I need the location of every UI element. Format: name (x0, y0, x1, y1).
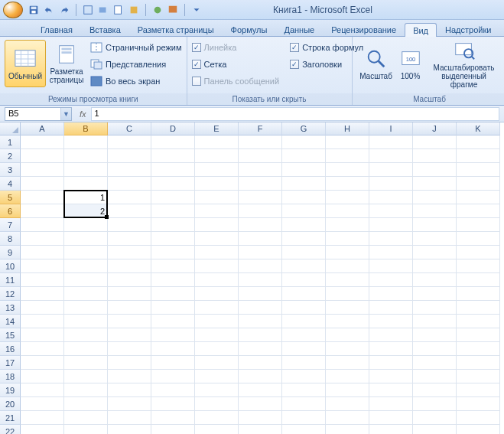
cell[interactable] (64, 149, 108, 163)
cell[interactable] (457, 246, 500, 259)
cell[interactable] (64, 342, 108, 356)
cell[interactable] (21, 273, 64, 287)
qat-icon-1[interactable] (82, 4, 94, 16)
cell[interactable] (369, 204, 413, 218)
cell[interactable] (64, 246, 108, 259)
row-header[interactable]: 22 (0, 425, 21, 434)
cell[interactable] (457, 218, 500, 232)
cell[interactable] (326, 232, 369, 246)
cell[interactable] (282, 301, 326, 315)
cell[interactable] (369, 383, 413, 397)
cell[interactable] (239, 163, 282, 177)
column-header[interactable]: B (64, 122, 108, 135)
cell[interactable] (282, 356, 326, 370)
cell[interactable] (369, 191, 413, 204)
tab-page-layout[interactable]: Разметка страницы (129, 22, 223, 36)
column-header[interactable]: A (21, 122, 64, 135)
cell[interactable] (195, 301, 239, 315)
cell[interactable] (282, 287, 326, 301)
cell[interactable] (326, 397, 369, 411)
cell[interactable] (64, 315, 108, 328)
cell[interactable] (239, 315, 282, 328)
cell[interactable] (195, 287, 239, 301)
cell[interactable] (326, 177, 369, 191)
cell[interactable] (413, 397, 457, 411)
cell[interactable] (64, 397, 108, 411)
cell[interactable] (239, 411, 282, 425)
cell[interactable] (108, 163, 151, 177)
cell[interactable] (413, 383, 457, 397)
cell[interactable] (413, 149, 457, 163)
cell[interactable] (195, 370, 239, 383)
row-header[interactable]: 21 (0, 411, 21, 425)
ruler-checkbox[interactable]: ✓Линейка (192, 40, 280, 55)
cell[interactable] (21, 301, 64, 315)
cell[interactable] (326, 301, 369, 315)
cell[interactable] (369, 411, 413, 425)
cell[interactable] (21, 259, 64, 273)
cell[interactable] (413, 204, 457, 218)
cell[interactable] (413, 301, 457, 315)
cell[interactable] (282, 342, 326, 356)
cell[interactable] (282, 315, 326, 328)
cell[interactable] (151, 342, 195, 356)
cell[interactable] (457, 163, 500, 177)
row-header[interactable]: 11 (0, 273, 21, 287)
cell[interactable] (369, 246, 413, 259)
qat-icon-4[interactable] (128, 4, 140, 16)
cell[interactable] (195, 246, 239, 259)
cell[interactable] (282, 177, 326, 191)
save-icon[interactable] (28, 4, 40, 16)
cell[interactable] (282, 273, 326, 287)
gridlines-checkbox[interactable]: ✓Сетка (192, 57, 280, 72)
tab-view[interactable]: Вид (405, 23, 437, 37)
cell[interactable] (21, 246, 64, 259)
cell[interactable] (369, 287, 413, 301)
cell[interactable] (151, 135, 195, 149)
tab-review[interactable]: Рецензирование (323, 22, 405, 36)
cell[interactable] (369, 315, 413, 328)
cell[interactable] (239, 383, 282, 397)
cell[interactable]: 1 (64, 191, 108, 204)
cell[interactable] (457, 301, 500, 315)
cell[interactable] (195, 177, 239, 191)
cell[interactable] (195, 218, 239, 232)
cell[interactable] (195, 328, 239, 342)
cell[interactable] (195, 383, 239, 397)
cell[interactable] (457, 370, 500, 383)
cell[interactable] (282, 370, 326, 383)
cell[interactable] (21, 163, 64, 177)
cell[interactable] (369, 301, 413, 315)
cell[interactable] (21, 204, 64, 218)
row-header[interactable]: 14 (0, 315, 21, 328)
cell[interactable] (21, 397, 64, 411)
cell[interactable] (108, 273, 151, 287)
cell[interactable] (413, 259, 457, 273)
redo-icon[interactable] (58, 4, 70, 16)
cell[interactable] (239, 232, 282, 246)
cell[interactable] (151, 287, 195, 301)
cell[interactable] (64, 356, 108, 370)
cell[interactable] (413, 328, 457, 342)
cell[interactable] (369, 232, 413, 246)
column-header[interactable]: H (326, 122, 369, 135)
cell[interactable] (108, 177, 151, 191)
tab-formulas[interactable]: Формулы (223, 22, 276, 36)
row-header[interactable]: 4 (0, 177, 21, 191)
cell[interactable] (195, 273, 239, 287)
cell[interactable] (369, 177, 413, 191)
cell[interactable] (195, 425, 239, 434)
cell[interactable] (21, 135, 64, 149)
cell[interactable] (239, 204, 282, 218)
cell[interactable] (239, 356, 282, 370)
cell[interactable] (239, 328, 282, 342)
cell[interactable] (21, 411, 64, 425)
cell[interactable] (369, 135, 413, 149)
cell[interactable] (64, 411, 108, 425)
cell[interactable] (413, 163, 457, 177)
cell[interactable] (239, 246, 282, 259)
cell[interactable] (151, 177, 195, 191)
qat-icon-6[interactable] (167, 4, 179, 16)
column-header[interactable]: C (108, 122, 151, 135)
column-header[interactable]: J (413, 122, 457, 135)
